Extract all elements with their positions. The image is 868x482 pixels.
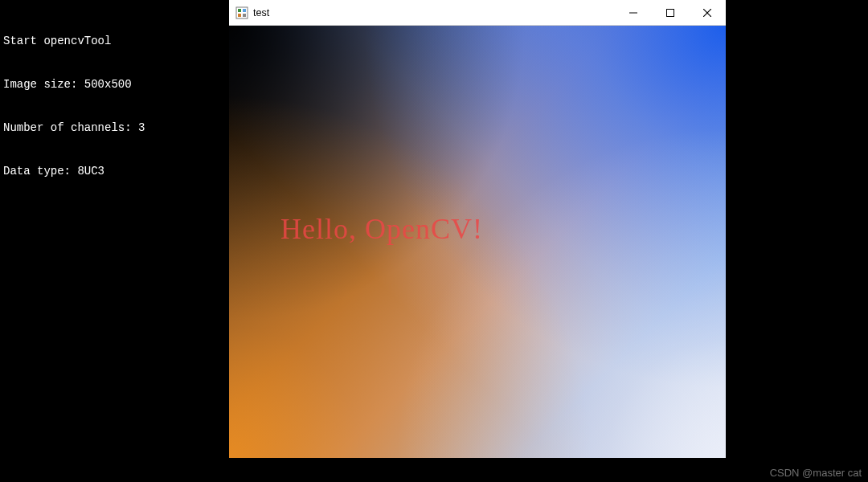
console-output: Start opencvTool Image size: 500x500 Num…	[0, 0, 148, 198]
console-line: Data type: 8UC3	[3, 164, 145, 178]
svg-rect-3	[238, 14, 241, 17]
console-line: Start opencvTool	[3, 34, 145, 48]
watermark: CSDN @master cat	[770, 467, 862, 479]
window-titlebar[interactable]: test	[229, 0, 726, 26]
window-title: test	[253, 7, 269, 18]
console-line: Image size: 500x500	[3, 77, 145, 92]
svg-rect-2	[243, 9, 246, 12]
maximize-button[interactable]	[652, 0, 689, 26]
window-client-area: Hello, OpenCV!	[229, 26, 726, 458]
svg-rect-4	[243, 14, 246, 17]
close-button[interactable]	[689, 0, 726, 26]
svg-rect-1	[238, 9, 241, 12]
close-icon	[703, 9, 711, 17]
svg-rect-6	[667, 9, 674, 16]
app-icon	[235, 6, 248, 19]
opencv-window: test Hello, OpenCV!	[229, 0, 726, 458]
maximize-icon	[666, 9, 674, 17]
minimize-icon	[629, 9, 637, 17]
minimize-button[interactable]	[615, 0, 652, 26]
console-line: Number of channels: 3	[3, 120, 145, 135]
overlay-text: Hello, OpenCV!	[280, 212, 483, 246]
